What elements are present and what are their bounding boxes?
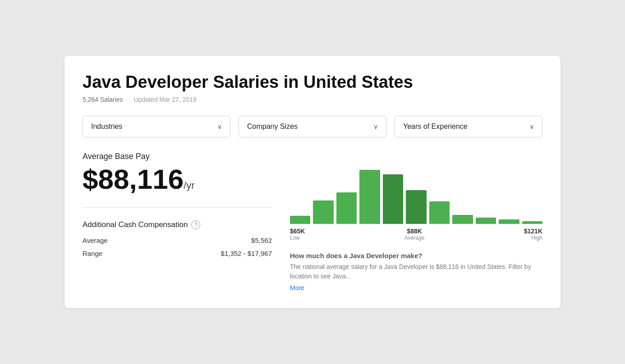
updated-date: Updated Mar 27, 2019 — [134, 96, 197, 103]
cash-comp-average-label: Average — [83, 237, 108, 244]
histogram-high-label: High — [524, 235, 542, 241]
per-yr-label: /yr — [184, 180, 194, 191]
salaries-count: 5,264 Salaries — [83, 96, 123, 103]
cash-comp-average-value: $5,562 — [251, 237, 272, 244]
company-sizes-dropdown[interactable]: Company Sizes ∨ — [239, 116, 386, 137]
salary-card: Java Developer Salaries in United States… — [64, 56, 561, 309]
histogram-bar — [313, 200, 333, 224]
histogram-avg: $88K Average — [404, 228, 424, 241]
content-area: Average Base Pay $88,116/yr Additional C… — [83, 152, 542, 292]
histogram-avg-label: Average — [404, 235, 424, 241]
question-icon[interactable]: ? — [191, 220, 200, 229]
histogram-bar — [522, 221, 542, 224]
histogram-bar — [452, 215, 473, 224]
info-more-link[interactable]: More — [290, 284, 304, 291]
histogram-bar — [476, 218, 496, 224]
histogram-bar — [406, 190, 426, 224]
left-panel: Average Base Pay $88,116/yr Additional C… — [83, 152, 272, 292]
divider-1 — [83, 207, 272, 208]
histogram-bar — [290, 216, 310, 224]
cash-comp-header: Additional Cash Compensation ? — [83, 220, 272, 229]
industries-chevron-icon: ∨ — [217, 123, 222, 130]
years-experience-chevron-icon: ∨ — [529, 123, 534, 130]
cash-comp-range-label: Range — [83, 250, 102, 257]
industries-label: Industries — [91, 123, 122, 131]
cash-comp-label: Additional Cash Compensation — [83, 220, 188, 229]
page-title: Java Developer Salaries in United States — [83, 72, 542, 93]
company-sizes-label: Company Sizes — [247, 123, 298, 131]
histogram-bar — [336, 192, 357, 224]
industries-dropdown[interactable]: Industries ∨ — [83, 116, 230, 137]
cash-comp-average-row: Average $5,562 — [83, 237, 272, 244]
company-sizes-chevron-icon: ∨ — [373, 123, 378, 130]
years-experience-dropdown[interactable]: Years of Experience ∨ — [395, 116, 542, 137]
histogram-labels: $65K Low $88K Average $121K High — [290, 228, 542, 241]
histogram-bar — [359, 170, 380, 224]
info-box: How much does a Java Developer make? The… — [290, 252, 542, 292]
histogram-bars — [290, 152, 542, 224]
info-text: The national average salary for a Java D… — [290, 262, 542, 281]
histogram-bar — [499, 219, 519, 224]
cash-comp-range-row: Range $1,352 - $17,967 — [83, 250, 272, 257]
histogram: $65K Low $88K Average $121K High — [290, 152, 542, 241]
avg-base-value-row: $88,116/yr — [83, 164, 272, 195]
info-title: How much does a Java Developer make? — [290, 252, 542, 259]
histogram-low-label: Low — [290, 235, 305, 241]
histogram-high-value: $121K — [524, 228, 542, 235]
histogram-low: $65K Low — [290, 228, 305, 241]
meta-row: 5,264 Salaries Updated Mar 27, 2019 — [83, 96, 542, 103]
avg-base-number: $88,116 — [83, 164, 184, 195]
histogram-bar — [383, 174, 403, 224]
cash-comp-range-value: $1,352 - $17,967 — [221, 250, 272, 257]
histogram-high: $121K High — [524, 228, 542, 241]
years-experience-label: Years of Experience — [403, 123, 468, 131]
histogram-bar — [429, 201, 450, 224]
histogram-low-value: $65K — [290, 228, 305, 235]
histogram-avg-value: $88K — [404, 228, 424, 235]
right-panel: $65K Low $88K Average $121K High How muc… — [290, 152, 542, 292]
filters-row: Industries ∨ Company Sizes ∨ Years of Ex… — [83, 116, 542, 137]
avg-base-label: Average Base Pay — [83, 152, 272, 161]
